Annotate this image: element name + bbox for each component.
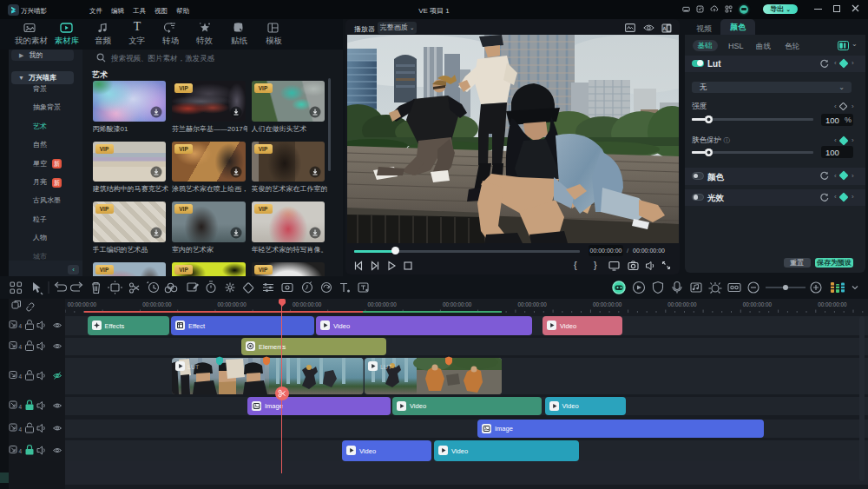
svg-text:4: 4 [19, 404, 23, 410]
svg-text:4: 4 [19, 323, 23, 329]
svg-text:4: 4 [19, 344, 23, 350]
svg-text:4: 4 [19, 426, 23, 433]
svg-text:A: A [662, 26, 667, 31]
svg-text:4: 4 [19, 448, 23, 454]
svg-text:4: 4 [19, 373, 23, 380]
svg-text:LUT: LUT [187, 364, 200, 370]
svg-text:LUT: LUT [380, 364, 392, 370]
